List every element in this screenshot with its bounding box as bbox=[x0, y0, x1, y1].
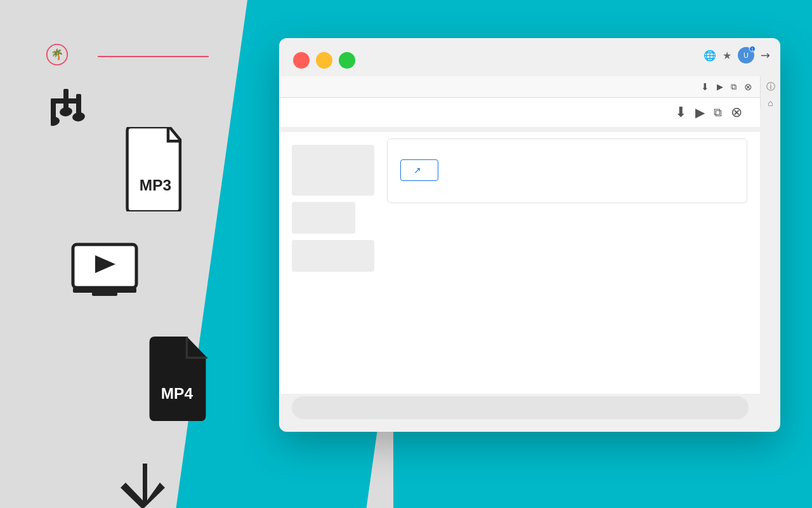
svg-rect-12 bbox=[73, 288, 136, 293]
placeholder-left bbox=[292, 145, 374, 272]
expand-icon[interactable]: ↗ bbox=[757, 47, 773, 64]
svg-text:🌴: 🌴 bbox=[51, 48, 64, 61]
topbar-action-icons: ⬇ ▶ ⧉ ⊗ bbox=[701, 81, 752, 93]
play-btn[interactable]: ▶ bbox=[695, 105, 705, 120]
extension-mainrow: ⬇ ▶ ⧉ ⊗ bbox=[279, 98, 760, 128]
play-icon-small[interactable]: ▶ bbox=[717, 82, 723, 91]
force-download-section: ↗ bbox=[387, 138, 747, 203]
logo: 🌴 bbox=[46, 43, 72, 66]
logo-palm-icon: 🌴 bbox=[46, 43, 69, 66]
sidebar-info-icon[interactable]: ⓘ bbox=[766, 81, 775, 93]
main-action-buttons: ⬇ ▶ ⧉ ⊗ bbox=[675, 104, 742, 121]
extension-content: ↗ bbox=[279, 132, 760, 394]
sidebar-home-icon[interactable]: ⌂ bbox=[768, 98, 773, 108]
placeholder-box-2 bbox=[292, 202, 355, 234]
mp4-file-icon: MP4 bbox=[146, 337, 209, 419]
download-btn[interactable]: ⬇ bbox=[675, 104, 686, 121]
svg-point-6 bbox=[51, 116, 60, 126]
download-tray-icon bbox=[114, 464, 171, 508]
copy-btn[interactable]: ⧉ bbox=[714, 106, 722, 119]
placeholder-box-3 bbox=[292, 240, 374, 272]
block-btn[interactable]: ⊗ bbox=[731, 104, 742, 121]
traffic-lights bbox=[293, 52, 355, 69]
download-icon-small[interactable]: ⬇ bbox=[701, 81, 709, 93]
video-player-icon bbox=[70, 241, 140, 298]
svg-rect-13 bbox=[92, 292, 117, 296]
svg-rect-5 bbox=[51, 98, 81, 104]
traffic-light-red[interactable] bbox=[293, 52, 310, 69]
extension-sidebar: ⓘ ⌂ bbox=[760, 76, 780, 108]
svg-marker-15 bbox=[121, 464, 165, 508]
force-download-button[interactable]: ↗ bbox=[400, 159, 438, 181]
force-download-arrow-icon: ↗ bbox=[414, 165, 421, 175]
logo-underline bbox=[98, 56, 209, 57]
extension-topbar: ⬇ ▶ ⧉ ⊗ bbox=[279, 76, 760, 98]
svg-text:MP4: MP4 bbox=[161, 385, 193, 402]
svg-point-7 bbox=[59, 106, 73, 117]
copy-icon-small[interactable]: ⧉ bbox=[731, 82, 737, 92]
svg-text:MP3: MP3 bbox=[140, 177, 171, 194]
bookmark-icon[interactable]: ★ bbox=[723, 50, 731, 62]
mp3-file-icon: MP3 bbox=[124, 127, 187, 210]
placeholder-box-1 bbox=[292, 145, 374, 196]
music-note-icon bbox=[51, 89, 102, 140]
traffic-light-yellow[interactable] bbox=[316, 52, 332, 69]
translate-icon[interactable]: 🌐 bbox=[704, 50, 716, 62]
profile-avatar[interactable]: U 1 bbox=[738, 47, 754, 64]
svg-point-8 bbox=[72, 111, 86, 122]
browser-window: 🌐 ★ U 1 ↗ ⬇ ▶ ⧉ ⊗ ⬇ ▶ ⧉ bbox=[279, 38, 780, 432]
block-icon-small[interactable]: ⊗ bbox=[744, 81, 752, 93]
address-bar[interactable] bbox=[292, 396, 749, 419]
traffic-light-green[interactable] bbox=[339, 52, 355, 69]
